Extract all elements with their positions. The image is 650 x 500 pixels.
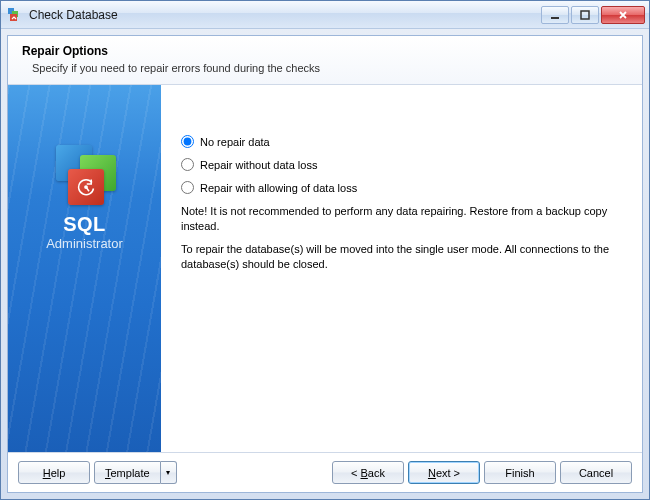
warning-note-1: Note! It is not recommended to perform a… (181, 204, 622, 234)
option-no-repair[interactable]: No repair data (181, 135, 622, 148)
content-panel: Repair Options Specify if you need to re… (7, 35, 643, 493)
maximize-button[interactable] (571, 6, 599, 24)
option-no-data-loss[interactable]: Repair without data loss (181, 158, 622, 171)
window-frame: Check Database Repair Options Specify if… (0, 0, 650, 500)
svg-rect-4 (581, 11, 589, 19)
minimize-button[interactable] (541, 6, 569, 24)
options-panel: No repair data Repair without data loss … (161, 85, 642, 452)
template-button[interactable]: Template (94, 461, 161, 484)
finish-button[interactable]: Finish (484, 461, 556, 484)
window-controls (541, 6, 645, 24)
cancel-label: Cancel (579, 467, 613, 479)
next-button[interactable]: Next > (408, 461, 480, 484)
option-label: No repair data (200, 136, 270, 148)
product-subtitle: Administrator (8, 236, 161, 251)
option-label: Repair without data loss (200, 159, 317, 171)
page-title: Repair Options (22, 44, 628, 58)
sidebar-banner: SQL Administrator (8, 85, 161, 452)
option-label: Repair with allowing of data loss (200, 182, 357, 194)
finish-label: Finish (505, 467, 534, 479)
radio-no-repair[interactable] (181, 135, 194, 148)
help-button[interactable]: Help (18, 461, 90, 484)
logo-cubes-icon (50, 145, 120, 205)
wizard-body: SQL Administrator No repair data Repair … (8, 85, 642, 452)
back-button[interactable]: < Back (332, 461, 404, 484)
product-name: SQL (8, 213, 161, 236)
wizard-header: Repair Options Specify if you need to re… (8, 36, 642, 85)
wizard-footer: Help Template ▾ < Back Next > Finish (8, 452, 642, 492)
cancel-button[interactable]: Cancel (560, 461, 632, 484)
radio-allow-data-loss[interactable] (181, 181, 194, 194)
page-subtitle: Specify if you need to repair errors fou… (22, 62, 628, 74)
warning-note-2: To repair the database(s) will be moved … (181, 242, 622, 272)
window-title: Check Database (29, 8, 541, 22)
template-dropdown-toggle[interactable]: ▾ (161, 461, 177, 484)
titlebar[interactable]: Check Database (1, 1, 649, 29)
option-allow-data-loss[interactable]: Repair with allowing of data loss (181, 181, 622, 194)
chevron-down-icon: ▾ (166, 468, 170, 477)
close-button[interactable] (601, 6, 645, 24)
radio-no-data-loss[interactable] (181, 158, 194, 171)
svg-rect-3 (551, 17, 559, 19)
app-icon (7, 7, 23, 23)
template-split-button[interactable]: Template ▾ (94, 461, 177, 484)
product-logo: SQL Administrator (8, 85, 161, 251)
